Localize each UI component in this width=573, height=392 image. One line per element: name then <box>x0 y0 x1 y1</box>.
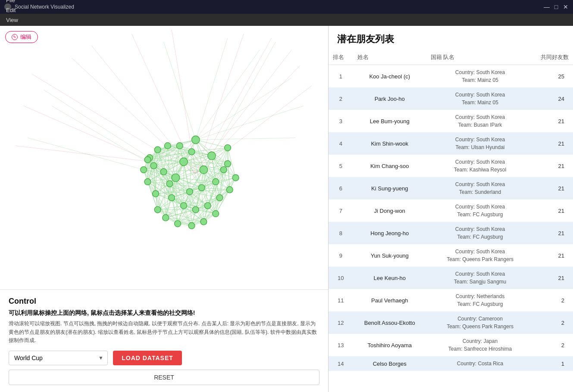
svg-point-369 <box>144 156 151 163</box>
panel-title: 潜在朋友列表 <box>329 26 573 50</box>
edit-icon: ✎ <box>12 34 18 40</box>
cell-common: 24 <box>534 87 573 110</box>
menu-item-file[interactable]: File <box>2 0 30 5</box>
table-row: 6Ki Sung-yuengCountry: South KoreaTeam: … <box>329 177 573 199</box>
cell-common: 21 <box>534 267 573 289</box>
svg-line-14 <box>196 78 292 140</box>
svg-point-368 <box>141 167 147 173</box>
svg-line-17 <box>52 106 154 166</box>
cell-country: Country: South KoreaTeam: FC Augsburg <box>426 199 534 222</box>
svg-line-258 <box>164 172 166 218</box>
cell-country: Country: JapanTeam: Sanfrecce Hiroshima <box>426 334 534 356</box>
svg-point-340 <box>198 184 205 191</box>
dataset-row: World CupPremier LeagueLa LigaBundesliga… <box>9 351 319 365</box>
menu-item-edit[interactable]: Edit <box>2 5 30 15</box>
cell-common: 25 <box>534 65 573 88</box>
friend-table-body: 1Koo Ja-cheol (c)Country: South KoreaTea… <box>329 65 573 371</box>
cell-country: Country: South KoreaTeam: Busan IPark <box>426 110 534 132</box>
svg-point-350 <box>150 162 157 169</box>
cell-country: Country: South KoreaTeam: Sunderland <box>426 177 534 199</box>
network-graph[interactable] <box>0 26 328 289</box>
cell-rank: 5 <box>329 155 353 177</box>
cell-rank: 6 <box>329 177 353 199</box>
table-row: 8Hong Jeong-hoCountry: South KoreaTeam: … <box>329 222 573 244</box>
svg-line-2 <box>92 46 196 174</box>
edit-label: 编辑 <box>20 33 31 41</box>
svg-line-18 <box>44 90 150 158</box>
app-title: Social Network Visualized <box>15 4 544 10</box>
cell-rank: 11 <box>329 289 353 311</box>
svg-line-20 <box>164 42 196 140</box>
control-title: Control <box>9 297 319 306</box>
svg-line-16 <box>196 138 296 140</box>
svg-point-363 <box>175 221 181 227</box>
cell-rank: 2 <box>329 87 353 110</box>
cell-common: 21 <box>534 244 573 267</box>
friend-table-wrapper[interactable]: 排名 姓名 国籍 队名 共同好友数 1Koo Ja-cheo <box>329 50 573 392</box>
cell-country: Country: South KoreaTeam: Sangju Sangmu <box>426 267 534 289</box>
table-row: 3Lee Bum-youngCountry: South KoreaTeam: … <box>329 110 573 132</box>
control-panel: Control 可以利用鼠标操控上面的网络, 鼠标点击选择某人来查看他的社交网络… <box>0 290 328 392</box>
svg-point-337 <box>180 158 188 166</box>
window-controls: — □ ✕ <box>544 4 569 10</box>
cell-rank: 12 <box>329 311 353 334</box>
reset-button[interactable]: RESET <box>9 370 319 385</box>
svg-line-7 <box>16 146 151 162</box>
table-row: 5Kim Chang-sooCountry: South KoreaTeam: … <box>329 155 573 177</box>
dataset-select[interactable]: World CupPremier LeagueLa LigaBundesliga <box>9 351 108 365</box>
table-row: 1Koo Ja-cheol (c)Country: South KoreaTea… <box>329 65 573 88</box>
main-content: ✎ 编辑 <box>0 26 573 392</box>
cell-rank: 4 <box>329 132 353 155</box>
svg-point-366 <box>153 190 159 197</box>
svg-point-347 <box>169 195 175 201</box>
cell-country: Country: South KoreaTeam: FC Augsburg <box>426 222 534 244</box>
cell-rank: 8 <box>329 222 353 244</box>
cell-name: Kim Shin-wook <box>353 132 426 155</box>
cell-common: 21 <box>534 155 573 177</box>
svg-point-361 <box>200 218 207 225</box>
load-dataset-button[interactable]: LOAD DATASET <box>113 351 182 365</box>
cell-name: Koo Ja-cheol (c) <box>353 65 426 88</box>
cell-common: 21 <box>534 222 573 244</box>
svg-line-33 <box>196 140 228 148</box>
svg-line-9 <box>196 34 244 174</box>
svg-point-362 <box>188 223 195 229</box>
svg-point-356 <box>225 145 231 151</box>
svg-point-353 <box>164 143 171 149</box>
cell-common: 21 <box>534 132 573 155</box>
svg-point-346 <box>181 202 187 209</box>
cell-name: Toshihiro Aoyama <box>353 334 426 356</box>
edit-button[interactable]: ✎ 编辑 <box>5 31 38 43</box>
cell-rank: 13 <box>329 334 353 356</box>
table-row: 7Ji Dong-wonCountry: South KoreaTeam: FC… <box>329 199 573 222</box>
cell-country: Country: NetherlandsTeam: FC Augsburg <box>426 289 534 311</box>
cell-country: Country: South KoreaTeam: Mainz 05 <box>426 65 534 88</box>
menu-item-view[interactable]: View <box>2 15 30 25</box>
header-country: 国籍 队名 <box>426 50 534 65</box>
cell-rank: 14 <box>329 356 353 371</box>
cell-common: 21 <box>534 199 573 222</box>
table-row: 9Yun Suk-youngCountry: South KoreaTeam: … <box>329 244 573 267</box>
title-bar: Social Network Visualized — □ ✕ <box>0 0 573 14</box>
close-button[interactable]: ✕ <box>563 4 569 10</box>
right-panel: 潜在朋友列表 排名 姓名 国籍 队名 共同 <box>329 26 573 392</box>
cell-common: 2 <box>534 311 573 334</box>
header-name: 姓名 <box>353 50 426 65</box>
svg-point-365 <box>154 206 161 213</box>
svg-point-345 <box>192 206 199 213</box>
svg-point-352 <box>154 146 161 153</box>
svg-line-13 <box>196 38 228 140</box>
svg-line-1 <box>72 58 196 174</box>
maximize-button[interactable]: □ <box>553 4 559 10</box>
table-header-row: 排名 姓名 国籍 队名 共同好友数 <box>329 50 573 65</box>
svg-point-336 <box>200 166 208 174</box>
svg-point-358 <box>232 174 239 181</box>
table-row: 14Celso BorgesCountry: Costa Rica1 <box>329 356 573 371</box>
graph-area[interactable]: ✎ 编辑 <box>0 26 328 289</box>
cell-name: Park Joo-ho <box>353 87 426 110</box>
minimize-button[interactable]: — <box>544 4 550 10</box>
cell-name: Lee Keun-ho <box>353 267 426 289</box>
cell-common: 21 <box>534 110 573 132</box>
table-row: 2Park Joo-hoCountry: South KoreaTeam: Ma… <box>329 87 573 110</box>
cell-common: 21 <box>534 177 573 199</box>
